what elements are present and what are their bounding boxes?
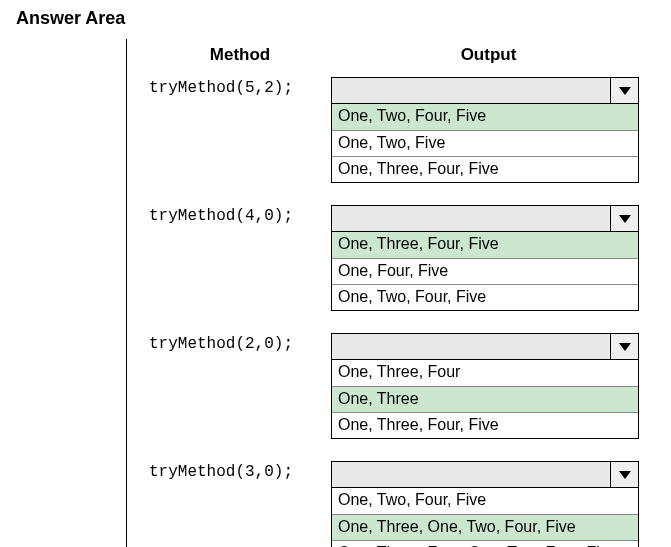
dropdown-option[interactable]: One, Three, Four, Five <box>332 232 638 258</box>
dropdown-option[interactable]: One, Two, Four, Five <box>332 104 638 130</box>
output-dropdown[interactable] <box>331 333 639 360</box>
dropdown-selected-value <box>332 78 610 103</box>
dropdown-option[interactable]: One, Three, Four, Five <box>332 412 638 438</box>
svg-marker-0 <box>619 87 631 95</box>
svg-marker-3 <box>619 471 631 479</box>
dropdown-options: One, Two, Four, Five One, Two, Five One,… <box>331 104 639 183</box>
dropdown-option[interactable]: One, Two, Four, Five <box>332 284 638 310</box>
method-call: tryMethod(2,0); <box>149 333 331 353</box>
dropdown-option[interactable]: One, Three, Four, One, Two, Four, Five <box>332 540 638 547</box>
header-method: Method <box>149 45 331 65</box>
table-header: Method Output <box>149 39 646 77</box>
dropdown-option[interactable]: One, Three, Four, Five <box>332 156 638 182</box>
dropdown-selected-value <box>332 462 610 487</box>
answer-area: Method Output tryMethod(5,2); One, Two, … <box>126 39 646 547</box>
chevron-down-icon <box>618 86 632 96</box>
dropdown-option[interactable]: One, Four, Five <box>332 258 638 284</box>
dropdown-option[interactable]: One, Two, Five <box>332 130 638 156</box>
output-cell: One, Three, Four, Five One, Four, Five O… <box>331 205 639 311</box>
dropdown-selected-value <box>332 206 610 231</box>
method-call: tryMethod(5,2); <box>149 77 331 97</box>
chevron-down-icon <box>618 342 632 352</box>
table-row: tryMethod(5,2); One, Two, Four, Five One… <box>149 77 646 183</box>
dropdown-toggle-button[interactable] <box>610 334 638 359</box>
dropdown-option[interactable]: One, Three, Four <box>332 360 638 386</box>
dropdown-toggle-button[interactable] <box>610 462 638 487</box>
output-dropdown[interactable] <box>331 205 639 232</box>
output-cell: One, Two, Four, Five One, Two, Five One,… <box>331 77 639 183</box>
page-title: Answer Area <box>0 0 671 29</box>
dropdown-selected-value <box>332 334 610 359</box>
method-call: tryMethod(4,0); <box>149 205 331 225</box>
dropdown-toggle-button[interactable] <box>610 206 638 231</box>
dropdown-options: One, Three, Four One, Three One, Three, … <box>331 360 639 439</box>
svg-marker-1 <box>619 215 631 223</box>
dropdown-option[interactable]: One, Two, Four, Five <box>332 488 638 514</box>
dropdown-options: One, Three, Four, Five One, Four, Five O… <box>331 232 639 311</box>
output-dropdown[interactable] <box>331 461 639 488</box>
table-row: tryMethod(4,0); One, Three, Four, Five O… <box>149 205 646 311</box>
table-row: tryMethod(3,0); One, Two, Four, Five One… <box>149 461 646 547</box>
header-output: Output <box>331 45 646 65</box>
dropdown-option[interactable]: One, Three, One, Two, Four, Five <box>332 514 638 540</box>
table-row: tryMethod(2,0); One, Three, Four One, Th… <box>149 333 646 439</box>
output-cell: One, Three, Four One, Three One, Three, … <box>331 333 639 439</box>
method-call: tryMethod(3,0); <box>149 461 331 481</box>
output-dropdown[interactable] <box>331 77 639 104</box>
dropdown-options: One, Two, Four, Five One, Three, One, Tw… <box>331 488 639 547</box>
svg-marker-2 <box>619 343 631 351</box>
dropdown-toggle-button[interactable] <box>610 78 638 103</box>
chevron-down-icon <box>618 214 632 224</box>
dropdown-option[interactable]: One, Three <box>332 386 638 412</box>
output-cell: One, Two, Four, Five One, Three, One, Tw… <box>331 461 639 547</box>
chevron-down-icon <box>618 470 632 480</box>
